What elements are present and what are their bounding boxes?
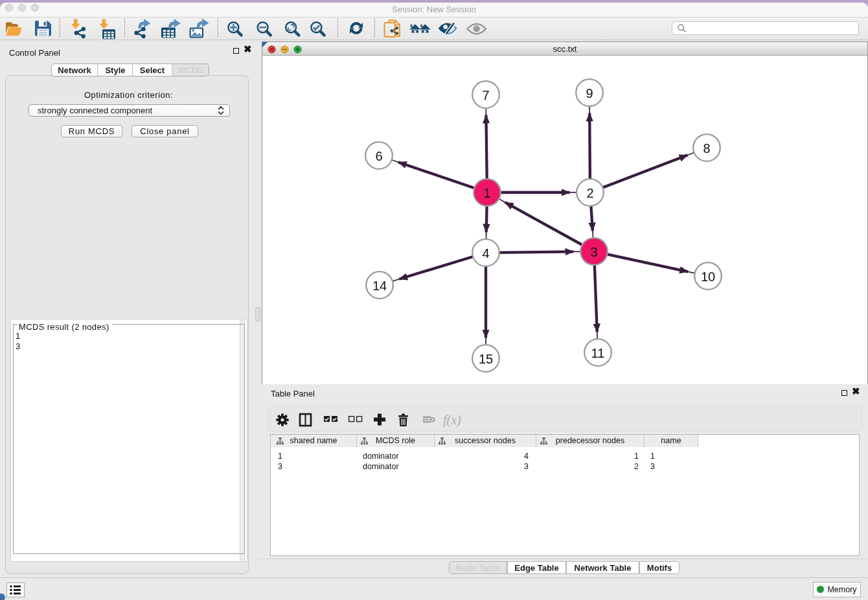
- svg-text:14: 14: [372, 279, 387, 293]
- svg-text:f(x): f(x): [443, 413, 461, 427]
- svg-text:8: 8: [703, 141, 710, 156]
- svg-text:4: 4: [482, 246, 489, 260]
- svg-text:9: 9: [586, 86, 593, 100]
- svg-text:7: 7: [482, 88, 489, 102]
- svg-text:3: 3: [590, 245, 597, 259]
- svg-text:10: 10: [701, 270, 715, 284]
- svg-text:2: 2: [586, 186, 593, 200]
- svg-text:15: 15: [479, 352, 493, 366]
- svg-text:6: 6: [375, 149, 382, 163]
- svg-text:11: 11: [591, 346, 605, 360]
- svg-text:1: 1: [483, 186, 490, 200]
